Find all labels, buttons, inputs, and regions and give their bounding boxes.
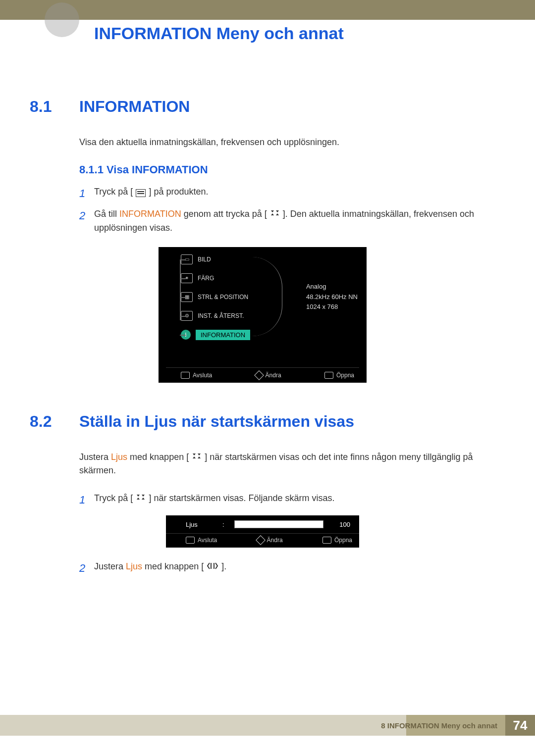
footer-chapter-label: 8 INFORMATION Meny och annat bbox=[381, 721, 505, 730]
page-footer: 8 INFORMATION Meny och annat 74 bbox=[0, 715, 535, 736]
step-number: 1 bbox=[79, 185, 94, 202]
section-heading: 8.2 Ställa in Ljus när startskärmen visa… bbox=[30, 412, 495, 431]
osd-footer-exit: Avsluta bbox=[198, 537, 217, 544]
chapter-number-badge bbox=[45, 2, 79, 37]
color-icon: ✦ bbox=[181, 273, 193, 283]
step-number: 2 bbox=[79, 207, 94, 235]
open-icon bbox=[322, 537, 331, 544]
change-icon bbox=[256, 535, 266, 545]
osd-info-freq: 48.2kHz 60Hz NN bbox=[306, 292, 358, 302]
step-item: 2 Gå till INFORMATION genom att trycka p… bbox=[79, 207, 495, 235]
brightness-bar bbox=[234, 520, 323, 528]
osd-footer-open: Öppna bbox=[336, 372, 354, 379]
osd-item-label: FÄRG bbox=[198, 275, 214, 282]
osd-bright-label: Ljus bbox=[186, 521, 215, 528]
osd-item-bild: ▭ BILD bbox=[171, 254, 359, 264]
keyword: INFORMATION bbox=[119, 209, 181, 219]
step-text: ]. bbox=[221, 561, 226, 571]
osd-footer: Avsluta Ändra Öppna bbox=[166, 367, 359, 379]
osd-info-res: 1024 x 768 bbox=[306, 302, 358, 312]
step-text: ] när startskärmen visas. Följande skärm… bbox=[149, 493, 334, 503]
section-heading: 8.1 INFORMATION bbox=[30, 98, 495, 116]
osd-footer-change: Ändra bbox=[266, 372, 281, 379]
keyword: Ljus bbox=[111, 452, 127, 462]
step-text: ] på produkten. bbox=[149, 187, 208, 197]
osd-item-label: INFORMATION bbox=[196, 330, 250, 340]
osd-footer-exit: Avsluta bbox=[193, 372, 212, 379]
chapter-title: INFORMATION Meny och annat bbox=[0, 20, 535, 43]
step-text: Tryck på [ bbox=[94, 187, 133, 197]
intro-text: med knappen [ bbox=[130, 452, 189, 462]
osd-info-source: Analog bbox=[306, 282, 358, 292]
step-text: Tryck på [ bbox=[94, 493, 133, 503]
section-number: 8.2 bbox=[30, 412, 79, 431]
osd-item-label: INST. & ÅTERST. bbox=[198, 312, 244, 319]
osd-menu-screenshot: ▭ BILD ✦ FÄRG ▦ STRL & POSITION ⚙ INST. … bbox=[159, 247, 367, 383]
step-number: 2 bbox=[79, 560, 94, 576]
step-item: 2 Justera Ljus med knappen [ ]. bbox=[79, 560, 495, 576]
section-title: INFORMATION bbox=[79, 98, 190, 116]
change-icon bbox=[254, 370, 264, 380]
up-down-icon bbox=[270, 208, 280, 221]
menu-button-icon bbox=[136, 189, 146, 197]
subsection-heading: 8.1.1 Visa INFORMATION bbox=[79, 163, 495, 176]
page-content: 8.1 INFORMATION Visa den aktuella inmatn… bbox=[0, 43, 535, 576]
osd-brightness-screenshot: Ljus : 100 Avsluta Ändra Öppna bbox=[166, 515, 359, 548]
exit-icon bbox=[181, 372, 190, 379]
page-number: 74 bbox=[505, 715, 535, 736]
size-position-icon: ▦ bbox=[181, 292, 193, 302]
keyword: Ljus bbox=[126, 561, 142, 571]
up-down-icon bbox=[136, 492, 146, 505]
step-text: Gå till bbox=[94, 209, 119, 219]
settings-icon: ⚙ bbox=[181, 311, 193, 321]
exit-icon bbox=[186, 537, 195, 544]
step-text: genom att trycka på [ bbox=[184, 209, 267, 219]
info-icon: i bbox=[181, 330, 191, 340]
left-right-icon bbox=[207, 560, 218, 574]
osd-item-label: STRL & POSITION bbox=[198, 294, 248, 301]
step-text: med knappen [ bbox=[145, 561, 204, 571]
section-title: Ställa in Ljus när startskärmen visas bbox=[79, 412, 354, 431]
section-intro: Justera Ljus med knappen [ ] när startsk… bbox=[79, 451, 495, 477]
colon: : bbox=[222, 521, 227, 528]
step-item: 1 Tryck på [ ] när startskärmen visas. F… bbox=[79, 492, 495, 508]
osd-footer-change: Ändra bbox=[267, 537, 283, 544]
osd-item-label: BILD bbox=[198, 256, 211, 263]
step-item: 1 Tryck på [ ] på produkten. bbox=[79, 185, 495, 202]
picture-icon: ▭ bbox=[181, 254, 193, 264]
up-down-icon bbox=[192, 451, 202, 464]
osd-item-information: i INFORMATION bbox=[171, 330, 359, 340]
step-text: Justera bbox=[94, 561, 126, 571]
osd-info-panel: Analog 48.2kHz 60Hz NN 1024 x 768 bbox=[306, 282, 358, 312]
open-icon bbox=[324, 372, 333, 379]
section-number: 8.1 bbox=[30, 98, 79, 116]
step-number: 1 bbox=[79, 492, 94, 508]
header-bar bbox=[0, 0, 535, 20]
intro-text: Justera bbox=[79, 452, 111, 462]
brightness-value: 100 bbox=[330, 521, 350, 528]
section-intro: Visa den aktuella inmatningskällan, frek… bbox=[79, 136, 495, 149]
osd-footer-open: Öppna bbox=[334, 537, 352, 544]
osd-footer: Avsluta Ändra Öppna bbox=[166, 533, 359, 548]
